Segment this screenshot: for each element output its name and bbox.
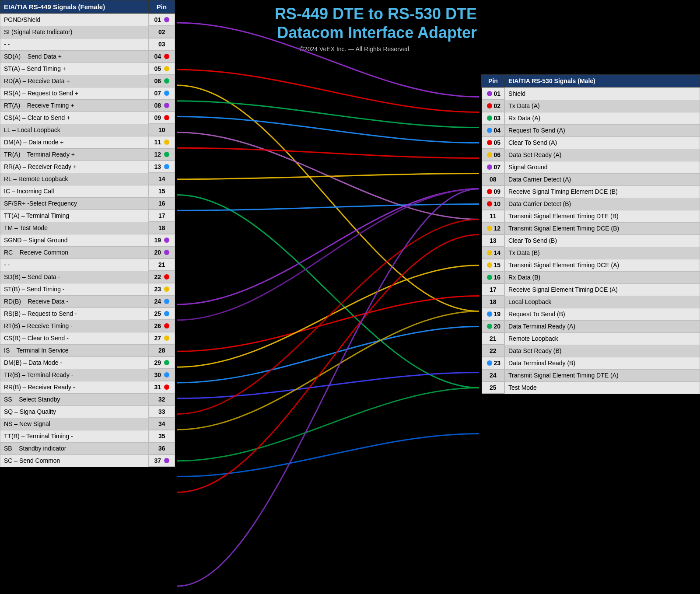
left-pin-cell: 20: [149, 246, 175, 259]
left-signal-cell: TT(B) – Terminal Timing -: [0, 430, 149, 442]
right-signal-table: Pin EIA/TIA RS-530 Signals (Male) 01Shie…: [481, 0, 700, 594]
left-table-row: TR(B) – Terminal Ready -30: [0, 369, 175, 381]
left-table-row: RL – Remote Loopback14: [0, 173, 175, 185]
left-table-row: RR(A) – Receiver Ready +13: [0, 161, 175, 173]
right-table-row: 04Request To Send (A): [482, 124, 700, 136]
right-table-row: 01Shield: [482, 87, 700, 100]
left-table-row: TT(A) – Terminal Timing17: [0, 210, 175, 222]
left-signal-cell: SI (Signal Rate Indicator): [0, 26, 149, 38]
right-pin-cell: 17: [482, 283, 505, 296]
right-pin-cell: 01: [482, 87, 505, 100]
right-pin-cell: 18: [482, 296, 505, 308]
left-pin-cell: 28: [149, 344, 175, 356]
pin-dot: [487, 262, 492, 268]
right-table-row: 06Data Set Ready (A): [482, 149, 700, 161]
right-header-pin: Pin: [482, 75, 505, 87]
left-signal-cell: NS – New Signal: [0, 418, 149, 430]
left-signal-cell: RS(B) – Request to Send -: [0, 307, 149, 320]
left-signal-table: EIA/TIA RS-449 Signals (Female) Pin PGND…: [0, 0, 175, 594]
left-pin-cell: 05: [149, 63, 175, 75]
right-table-row: 10Data Carrier Detect (B): [482, 198, 700, 210]
right-signal-cell: Clear To Send (B): [505, 234, 700, 247]
left-table-row: CS(A) – Clear to Send +09: [0, 112, 175, 124]
left-table-row: RD(B) – Receive Data -24: [0, 295, 175, 307]
right-table-row: 21Remote Loopback: [482, 332, 700, 345]
pin-dot: [487, 115, 492, 121]
right-signal-cell: Transmit Signal Element Timing DCE (A): [505, 259, 700, 271]
left-signal-cell: SD(B) – Send Data -: [0, 271, 149, 283]
pin-dot: [164, 115, 169, 120]
left-table-row: RS(B) – Request to Send -25: [0, 307, 175, 320]
pin-dot: [164, 164, 169, 169]
right-pin-cell: 12: [482, 222, 505, 234]
right-table-row: 13Clear To Send (B): [482, 234, 700, 247]
right-table-row: 05Clear To Send (A): [482, 136, 700, 149]
left-signal-cell: TR(A) – Terminal Ready +: [0, 148, 149, 161]
left-pin-cell: 01: [149, 14, 175, 26]
left-table-row: IC – Incoming Call15: [0, 185, 175, 197]
left-table-row: ST(A) – Send Timing +05: [0, 63, 175, 75]
right-pin-cell: 23: [482, 357, 505, 369]
right-signal-cell: Request To Send (B): [505, 308, 700, 320]
right-signal-cell: Shield: [505, 87, 700, 100]
left-signal-cell: CS(A) – Clear to Send +: [0, 112, 149, 124]
pin-dot: [487, 164, 492, 170]
right-pin-cell: 06: [482, 149, 505, 161]
pin-dot: [164, 66, 169, 71]
left-table-row: SI (Signal Rate Indicator)02: [0, 26, 175, 38]
right-table-row: 11Transmit Signal Element Timing DTE (B): [482, 210, 700, 222]
left-signal-cell: RR(A) – Receiver Ready +: [0, 161, 149, 173]
left-signal-cell: RT(B) – Receive Timing -: [0, 320, 149, 332]
left-table-row: SF/SR+ -Select Frequency16: [0, 197, 175, 210]
left-signal-cell: - -: [0, 259, 149, 271]
left-signal-cell: - -: [0, 38, 149, 50]
left-pin-cell: 32: [149, 393, 175, 405]
left-pin-cell: 17: [149, 210, 175, 222]
right-signal-cell: Transmit Signal Element Timing DTE (A): [505, 369, 700, 381]
left-table-row: RR(B) – Receiver Ready -31: [0, 381, 175, 393]
pin-dot: [164, 17, 169, 22]
left-table-row: SQ – Signa Quality33: [0, 405, 175, 418]
left-signal-cell: RC – Receive Common: [0, 246, 149, 259]
left-table-row: IS – Terminal In Service28: [0, 344, 175, 356]
left-signal-cell: SD(A) – Send Data +: [0, 50, 149, 63]
pin-dot: [487, 128, 492, 133]
left-pin-cell: 06: [149, 75, 175, 87]
pin-dot: [164, 78, 169, 84]
right-signal-cell: Transmit Signal Element Timing DTE (B): [505, 210, 700, 222]
pin-dot: [487, 275, 492, 280]
pin-dot: [487, 201, 492, 206]
right-pin-cell: 15: [482, 259, 505, 271]
left-table-row: RT(B) – Receive Timing -26: [0, 320, 175, 332]
right-signal-cell: Data Terminal Ready (B): [505, 357, 700, 369]
right-signal-cell: Data Terminal Ready (A): [505, 320, 700, 332]
left-signal-cell: PGND/Shield: [0, 14, 149, 26]
right-pin-cell: 13: [482, 234, 505, 247]
right-pin-cell: 11: [482, 210, 505, 222]
right-pin-cell: 19: [482, 308, 505, 320]
left-table-row: TT(B) – Terminal Timing -35: [0, 430, 175, 442]
right-table-row: 19Request To Send (B): [482, 308, 700, 320]
left-signal-cell: SB – Standby indicator: [0, 442, 149, 454]
left-signal-cell: TM – Test Mode: [0, 222, 149, 234]
left-signal-cell: TT(A) – Terminal Timing: [0, 210, 149, 222]
right-table-row: 23Data Terminal Ready (B): [482, 357, 700, 369]
pin-dot: [164, 287, 169, 292]
left-pin-cell: 10: [149, 124, 175, 136]
left-table-row: SB – Standby indicator36: [0, 442, 175, 454]
right-pin-cell: 14: [482, 247, 505, 259]
right-pin-cell: 16: [482, 271, 505, 283]
right-table-row: 18Local Loopback: [482, 296, 700, 308]
left-table-row: ST(B) – Send Timing -23: [0, 283, 175, 295]
left-table-row: - -03: [0, 38, 175, 50]
right-pin-cell: 03: [482, 112, 505, 124]
left-table-row: LL – Local Loopback10: [0, 124, 175, 136]
right-signal-cell: Rx Data (B): [505, 271, 700, 283]
left-header-signal: EIA/TIA RS-449 Signals (Female): [0, 0, 149, 14]
left-signal-cell: IS – Terminal In Service: [0, 344, 149, 356]
left-table-row: SD(B) – Send Data -22: [0, 271, 175, 283]
pin-dot: [164, 311, 169, 316]
pin-dot: [164, 152, 169, 157]
wire-diagram-area: RS-449 DTE to RS-530 DTE Datacom Interfa…: [175, 0, 481, 594]
left-pin-cell: 07: [149, 87, 175, 99]
